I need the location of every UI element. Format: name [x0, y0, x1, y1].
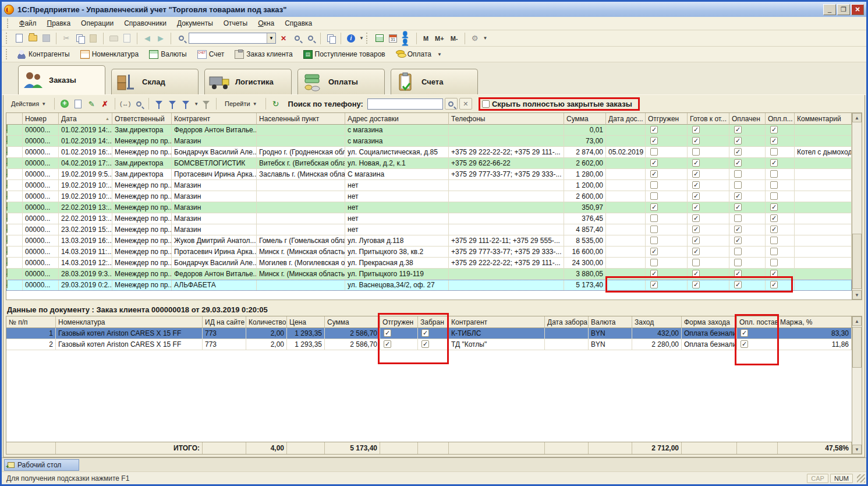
filter-dropdown-icon[interactable]: ▼ — [194, 101, 199, 107]
doc-col-contr[interactable]: Контрагент — [449, 316, 545, 328]
menu-item-6[interactable]: Отчеты — [218, 18, 253, 29]
quick-button-currencies[interactable]: Валюты — [146, 48, 190, 61]
paid2-checkbox[interactable] — [770, 237, 778, 244]
print-preview-icon[interactable] — [121, 33, 133, 44]
redo-icon[interactable]: ▶ — [155, 33, 166, 44]
doc-col-pickup[interactable]: Дата забора — [545, 316, 589, 328]
goto-button[interactable]: Перейти▼ — [221, 98, 261, 110]
shipped-checkbox[interactable]: ✓ — [384, 340, 391, 348]
shipped-checkbox[interactable] — [650, 259, 658, 266]
paid-checkbox[interactable]: ✓ — [734, 237, 742, 244]
ready-checkbox[interactable]: ✓ — [692, 192, 700, 200]
orders-vertical-scrollbar[interactable]: ▲ ▼ — [852, 112, 862, 300]
orders-scroll-thumb[interactable] — [852, 234, 862, 289]
info-icon[interactable]: i — [345, 33, 357, 44]
clear-search-icon[interactable]: ✕ — [278, 33, 289, 44]
paid2-checkbox[interactable]: ✓ — [770, 226, 778, 233]
paid2-checkbox[interactable]: ✓ — [770, 159, 778, 167]
shipped-checkbox[interactable]: ✓ — [650, 281, 658, 288]
close-button[interactable]: ✕ — [851, 4, 864, 15]
save-icon[interactable] — [40, 33, 52, 44]
doc-col-site_id[interactable]: ИД на сайте — [203, 316, 246, 328]
order-row-8[interactable]: 00000...22.02.2019 13:...Менеждер по пр.… — [6, 202, 852, 213]
paid2-checkbox[interactable]: ✓ — [770, 126, 778, 133]
ready-checkbox[interactable]: ✓ — [692, 126, 700, 133]
find-by-number-icon[interactable] — [133, 98, 144, 110]
ready-checkbox[interactable] — [692, 148, 700, 156]
doc-col-taken[interactable]: Забран — [418, 316, 449, 328]
ready-checkbox[interactable]: ✓ — [692, 159, 700, 167]
resize-grip[interactable] — [857, 474, 865, 483]
ready-checkbox[interactable] — [692, 259, 700, 266]
paid-checkbox[interactable]: ✓ — [734, 148, 742, 156]
ready-checkbox[interactable]: ✓ — [692, 214, 700, 222]
ready-checkbox[interactable]: ✓ — [692, 281, 700, 288]
order-row-3[interactable]: 00000...01.02.2019 16:...Менеждер по пр.… — [6, 147, 852, 158]
doc-row-2[interactable]: 2Газовый котел Ariston CARES X 15 FF7732… — [6, 339, 852, 350]
order-row-13[interactable]: 00000...14.03.2019 12:...Менеждер по пр.… — [6, 258, 852, 269]
minimize-button[interactable]: _ — [823, 4, 836, 15]
orders-col-num[interactable]: Номер — [23, 113, 59, 125]
paid2-checkbox[interactable] — [770, 259, 778, 266]
shipped-checkbox[interactable] — [650, 214, 658, 222]
paid2-checkbox[interactable]: ✓ — [770, 137, 778, 145]
filter-history-icon[interactable] — [180, 98, 192, 110]
tab-orders[interactable]: Заказы — [18, 65, 105, 94]
quick-button-contragents[interactable]: Контрагенты — [13, 48, 73, 61]
doc-col-shipped[interactable]: Отгружен — [380, 316, 418, 328]
paid-checkbox[interactable] — [734, 259, 742, 266]
quick-button-nomenclature[interactable]: Номенклатура — [77, 48, 143, 61]
quick-button-invoice[interactable]: СЧЕТСчет — [194, 48, 228, 61]
doc-row-1[interactable]: 1Газовый котел Ariston CARES X 15 FF7732… — [6, 328, 852, 339]
menu-item-7[interactable]: Окна — [253, 18, 279, 29]
set-interval-icon[interactable]: (↔) — [119, 98, 131, 110]
ready-checkbox[interactable]: ✓ — [692, 226, 700, 233]
taken-checkbox[interactable]: ✓ — [421, 329, 429, 337]
orders-col-date[interactable]: Дата▲ — [59, 113, 112, 125]
orders-col-phones[interactable]: Телефоны — [449, 113, 564, 125]
menu-item-3[interactable]: Операции — [76, 18, 119, 29]
info-dropdown-icon[interactable]: ▼ — [359, 36, 364, 41]
shipped-checkbox[interactable] — [650, 148, 658, 156]
edit-icon[interactable]: ✎ — [86, 98, 97, 110]
orders-col-shipped[interactable]: Отгружен — [646, 113, 688, 125]
paid2-checkbox[interactable] — [770, 181, 778, 189]
undo-icon[interactable]: ◀ — [141, 33, 153, 44]
doc-col-nom[interactable]: Номенклатура — [56, 316, 203, 328]
paid-checkbox[interactable]: ✓ — [734, 203, 742, 211]
users-icon[interactable]: 👤👤 — [401, 33, 412, 44]
add-copy-icon[interactable] — [72, 98, 84, 110]
paid-checkbox[interactable]: ✓ — [734, 159, 742, 167]
tab-warehouse[interactable]: Склад — [111, 69, 199, 94]
orders-col-comment[interactable]: Комментарий — [795, 113, 852, 125]
cut-icon[interactable]: ✂ — [61, 33, 72, 44]
doc-scroll-thumb[interactable] — [852, 327, 862, 368]
doc-col-form[interactable]: Форма захода — [682, 316, 737, 328]
orders-col-paid[interactable]: Оплачен — [729, 113, 766, 125]
doc-scroll-up-icon[interactable]: ▲ — [852, 316, 862, 326]
tab-payments[interactable]: Оплаты — [297, 69, 385, 94]
doc-col-margin[interactable]: Маржа, % — [778, 316, 852, 328]
menu-item-2[interactable]: Правка — [42, 18, 76, 29]
paid2-checkbox[interactable]: ✓ — [770, 203, 778, 211]
paid2-checkbox[interactable] — [770, 170, 778, 178]
orders-col-paid2[interactable]: Опл.п... — [766, 113, 795, 125]
memory-minus-button[interactable]: M- — [448, 34, 460, 43]
shipped-checkbox[interactable] — [650, 226, 658, 233]
tab-logistics[interactable]: Логистика — [204, 69, 292, 94]
shipped-checkbox[interactable] — [650, 237, 658, 244]
taken-checkbox[interactable]: ✓ — [421, 340, 429, 348]
shipped-checkbox[interactable]: ✓ — [650, 137, 658, 145]
filter-by-value-icon[interactable] — [166, 98, 178, 110]
doc-scroll-down-icon[interactable]: ▼ — [852, 445, 862, 454]
shipped-checkbox[interactable]: ✓ — [384, 329, 391, 337]
order-row-4[interactable]: 00000...04.02.2019 17:...Зам.директораБО… — [6, 158, 852, 169]
paid2-checkbox[interactable]: ✓ — [770, 281, 778, 288]
menu-item-8[interactable]: Справка — [279, 18, 317, 29]
add-row-icon[interactable]: + — [59, 98, 70, 110]
order-row-6[interactable]: 00000...19.02.2019 10:...Менеждер по пр.… — [6, 180, 852, 191]
quick-button-payment[interactable]: Оплата — [392, 48, 435, 61]
paid-checkbox[interactable] — [734, 170, 742, 178]
order-row-7[interactable]: 00000...19.02.2019 10:...Менеждер по пр.… — [6, 191, 852, 202]
doc-col-price[interactable]: Цена — [287, 316, 325, 328]
